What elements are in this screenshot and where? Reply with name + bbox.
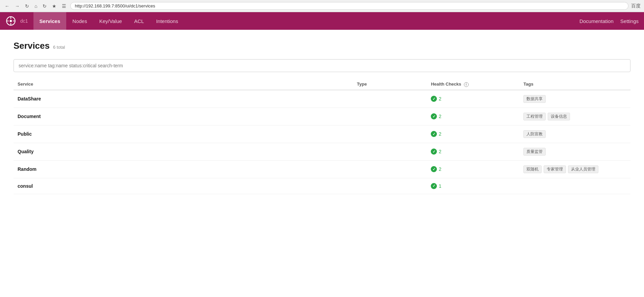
service-type [353, 90, 427, 108]
service-type [353, 125, 427, 143]
nav-keyvalue[interactable]: Key/Value [93, 12, 128, 30]
health-checks-cell: 1 [427, 178, 519, 194]
bookmark-button[interactable]: ★ [51, 3, 58, 9]
service-name: Public [18, 131, 32, 137]
table-row[interactable]: Document2工程管理设备信息 [14, 108, 630, 125]
service-type [353, 108, 427, 125]
health-check-icon [431, 148, 437, 155]
page-info-button[interactable]: ☰ [60, 3, 68, 9]
consul-logo [5, 16, 16, 26]
tags-cell [519, 178, 630, 194]
health-check-count: 1 [439, 183, 441, 189]
col-header-service: Service [14, 79, 353, 90]
page-title-row: Services 6 total [14, 41, 630, 51]
back-button[interactable]: ← [3, 3, 11, 9]
nav-links: Services Nodes Key/Value ACL Intentions [33, 12, 579, 30]
tag: 质量监管 [523, 148, 546, 156]
service-type [353, 178, 427, 194]
browser-actions: 百度 [631, 3, 641, 9]
health-check-icon [431, 131, 437, 137]
table-row[interactable]: Public2人防宣教 [14, 125, 630, 143]
tags-cell: 工程管理设备信息 [519, 108, 630, 125]
search-bar-wrapper [14, 59, 630, 72]
service-type [353, 160, 427, 178]
table-row[interactable]: Quality2质量监管 [14, 143, 630, 160]
health-check-count: 2 [439, 149, 441, 154]
tags-cell: 数据共享 [519, 90, 630, 108]
forward-button[interactable]: → [14, 3, 21, 9]
nav-acl[interactable]: ACL [128, 12, 150, 30]
health-checks-cell: 2 [427, 108, 519, 125]
service-name: Document [18, 114, 41, 119]
history-button[interactable]: ↻ [41, 3, 48, 9]
health-info-icon: i [464, 82, 469, 87]
tag: 工程管理 [523, 113, 546, 120]
search-engine-label: 百度 [631, 3, 641, 9]
col-header-type: Type [353, 79, 427, 90]
health-check-count: 2 [439, 114, 441, 119]
documentation-link[interactable]: Documentation [579, 18, 614, 24]
tags-cell: 人防宣教 [519, 125, 630, 143]
dc-label: dc1 [20, 18, 28, 24]
health-check-icon [431, 113, 437, 119]
table-row[interactable]: consul1 [14, 178, 630, 194]
health-checks-cell: 2 [427, 160, 519, 178]
page-title: Services [14, 41, 50, 51]
health-check-count: 2 [439, 131, 441, 137]
health-checks-cell: 2 [427, 143, 519, 160]
col-header-tags: Tags [519, 79, 630, 90]
service-name: Random [18, 166, 36, 172]
health-check-icon [431, 166, 437, 172]
svg-point-1 [10, 20, 12, 22]
service-name: DataShare [18, 96, 41, 101]
nav-right: Documentation Settings [579, 18, 639, 24]
table-row[interactable]: Random2双随机专家管理从业人员管理 [14, 160, 630, 178]
tags-cell: 双随机专家管理从业人员管理 [519, 160, 630, 178]
tag: 设备信息 [548, 113, 570, 120]
settings-link[interactable]: Settings [620, 18, 639, 24]
home-button[interactable]: ⌂ [33, 3, 39, 9]
table-header: Service Type Health Checks i Tags [14, 79, 630, 90]
nav-nodes[interactable]: Nodes [66, 12, 93, 30]
health-check-icon [431, 183, 437, 189]
services-tbody: DataShare2数据共享Document2工程管理设备信息Public2人防… [14, 90, 630, 194]
tag: 从业人员管理 [568, 165, 598, 173]
service-type [353, 143, 427, 160]
health-check-icon [431, 96, 437, 102]
total-badge: 6 total [53, 45, 65, 50]
services-table: Service Type Health Checks i Tags DataSh… [14, 79, 630, 194]
health-checks-cell: 2 [427, 125, 519, 143]
health-checks-cell: 2 [427, 90, 519, 108]
url-bar[interactable] [70, 2, 628, 10]
col-header-health: Health Checks i [427, 79, 519, 90]
health-check-count: 2 [439, 96, 441, 101]
tag: 数据共享 [523, 95, 546, 103]
tag: 双随机 [523, 165, 542, 173]
health-check-count: 2 [439, 166, 441, 172]
tags-cell: 质量监管 [519, 143, 630, 160]
service-name: Quality [18, 149, 33, 154]
tag: 人防宣教 [523, 130, 546, 138]
nav-intentions[interactable]: Intentions [150, 12, 184, 30]
app-navbar: dc1 Services Nodes Key/Value ACL Intenti… [0, 12, 644, 30]
search-input[interactable] [14, 59, 630, 72]
browser-chrome: ← → ↻ ⌂ ↻ ★ ☰ 百度 [0, 0, 644, 12]
table-row[interactable]: DataShare2数据共享 [14, 90, 630, 108]
service-name: consul [18, 183, 33, 189]
nav-services[interactable]: Services [33, 12, 67, 30]
reload-button[interactable]: ↻ [24, 3, 30, 9]
main-content: Services 6 total Service Type Health Che… [0, 30, 644, 205]
tag: 专家管理 [544, 165, 566, 173]
